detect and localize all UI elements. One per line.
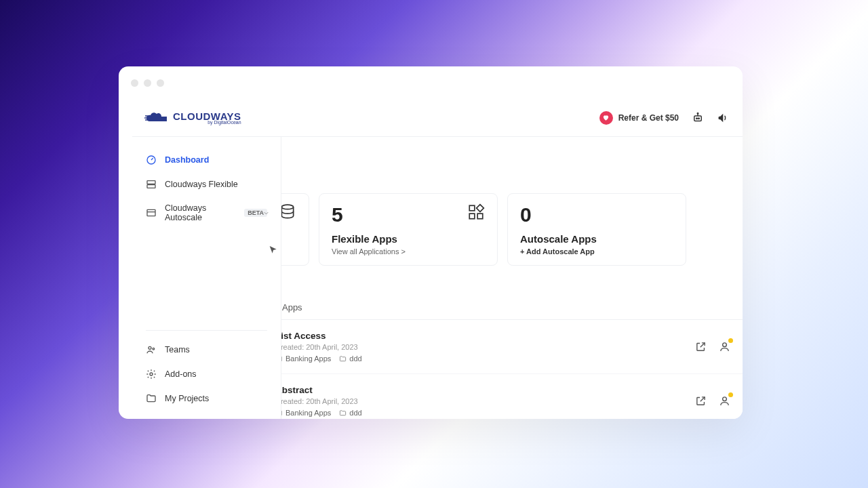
stat-cards: 0 ers > 5 Flexible Apps View all Applica… bbox=[241, 193, 743, 266]
svg-point-15 bbox=[150, 373, 153, 375]
main-content: ander dways 0 ers > bbox=[224, 137, 743, 419]
sidebar-item-label: My Projects bbox=[165, 394, 209, 403]
svg-rect-18 bbox=[477, 205, 484, 212]
gauge-icon bbox=[146, 155, 157, 165]
stat-count: 0 bbox=[520, 205, 673, 225]
app-header: CLOUDWAYS by DigitalOcean Refer & Get $5… bbox=[132, 99, 743, 137]
body: Dashboard Cloudways Flexible Cloudways A… bbox=[132, 137, 743, 419]
sidebar-separator bbox=[146, 330, 267, 331]
sidebar-item-autoscale[interactable]: Cloudways Autoscale BETA bbox=[132, 198, 281, 228]
app-row[interactable]: List Access Created: 20th April, 2023 Ba… bbox=[241, 320, 743, 374]
app-tag-folder: ddd bbox=[339, 354, 361, 363]
svg-rect-9 bbox=[147, 181, 155, 184]
svg-point-4 bbox=[696, 118, 698, 119]
scale-icon bbox=[146, 207, 157, 218]
sidebar-item-addons[interactable]: Add-ons bbox=[132, 363, 281, 385]
close-dot[interactable] bbox=[131, 79, 138, 87]
traffic-lights bbox=[131, 79, 164, 87]
sidebar: Dashboard Cloudways Flexible Cloudways A… bbox=[132, 137, 281, 419]
refer-label: Refer & Get $50 bbox=[618, 113, 679, 123]
sidebar-item-projects[interactable]: My Projects bbox=[132, 388, 281, 409]
app-tag-server: Banking Apps bbox=[275, 354, 331, 363]
user-icon[interactable] bbox=[719, 341, 730, 352]
app-title: Abstract bbox=[275, 385, 684, 395]
svg-rect-20 bbox=[477, 214, 483, 219]
tabs: Autoscale Apps bbox=[241, 302, 743, 320]
app-tag-server: Banking Apps bbox=[275, 409, 331, 417]
server-icon bbox=[146, 179, 157, 190]
app-row[interactable]: Abstract Created: 20th April, 2023 Banki… bbox=[241, 374, 743, 419]
svg-point-16 bbox=[281, 205, 293, 209]
sidebar-item-label: Cloudways Autoscale bbox=[165, 203, 233, 222]
greeting-subtitle: dways bbox=[241, 170, 743, 180]
title-bar bbox=[119, 66, 743, 99]
sidebar-item-label: Dashboard bbox=[165, 155, 209, 165]
svg-point-14 bbox=[153, 348, 155, 350]
sidebar-item-teams[interactable]: Teams bbox=[132, 339, 281, 361]
sidebar-item-label: Add-ons bbox=[165, 369, 197, 379]
app-title: List Access bbox=[275, 331, 684, 341]
gear-icon bbox=[146, 369, 157, 380]
open-icon[interactable] bbox=[695, 341, 707, 352]
people-icon bbox=[146, 344, 157, 355]
bot-icon[interactable] bbox=[691, 111, 705, 125]
stat-title: Flexible Apps bbox=[332, 233, 485, 245]
stat-card-autoscale[interactable]: 0 Autoscale Apps + Add Autoscale App bbox=[507, 193, 686, 266]
minimize-dot[interactable] bbox=[144, 79, 151, 87]
stat-card-flexible[interactable]: 5 Flexible Apps View all Applications > bbox=[319, 193, 498, 266]
refer-button[interactable]: Refer & Get $50 bbox=[599, 111, 679, 125]
sidebar-item-flexible[interactable]: Cloudways Flexible bbox=[132, 174, 281, 195]
header-actions: Refer & Get $50 bbox=[599, 111, 730, 125]
user-icon[interactable] bbox=[719, 395, 730, 407]
heart-icon bbox=[599, 111, 613, 125]
app-created: Created: 20th April, 2023 bbox=[275, 397, 684, 405]
sidebar-item-label: Cloudways Flexible bbox=[165, 180, 238, 189]
app-chrome: CLOUDWAYS by DigitalOcean Refer & Get $5… bbox=[132, 99, 743, 419]
sidebar-item-dashboard[interactable]: Dashboard bbox=[132, 149, 281, 171]
open-icon[interactable] bbox=[695, 395, 707, 407]
cursor-icon bbox=[268, 245, 277, 254]
stat-link[interactable]: View all Applications > bbox=[332, 247, 485, 256]
svg-rect-19 bbox=[469, 214, 475, 219]
stat-link[interactable]: + Add Autoscale App bbox=[520, 247, 673, 256]
svg-rect-17 bbox=[469, 205, 475, 211]
maximize-dot[interactable] bbox=[157, 79, 164, 87]
brand-logo[interactable]: CLOUDWAYS by DigitalOcean bbox=[144, 110, 241, 125]
logo-mark-icon bbox=[144, 110, 169, 125]
folder-icon bbox=[146, 393, 157, 404]
announcement-icon[interactable] bbox=[717, 111, 730, 125]
svg-point-24 bbox=[723, 397, 727, 401]
app-created: Created: 20th April, 2023 bbox=[275, 343, 684, 351]
apps-icon bbox=[467, 203, 485, 221]
svg-point-13 bbox=[149, 346, 151, 349]
svg-point-5 bbox=[698, 118, 700, 119]
app-tag-folder: ddd bbox=[339, 409, 361, 417]
chevron-down-icon bbox=[262, 209, 270, 217]
svg-point-7 bbox=[697, 113, 698, 114]
stat-title: Autoscale Apps bbox=[520, 233, 673, 245]
section-title: s bbox=[241, 281, 743, 291]
sidebar-item-label: Teams bbox=[165, 345, 190, 354]
svg-point-22 bbox=[723, 343, 727, 347]
greeting-title: ander bbox=[241, 152, 743, 167]
stat-count: 5 bbox=[332, 205, 485, 225]
svg-rect-10 bbox=[147, 185, 155, 188]
browser-window: CLOUDWAYS by DigitalOcean Refer & Get $5… bbox=[119, 66, 743, 419]
svg-rect-11 bbox=[147, 209, 155, 216]
